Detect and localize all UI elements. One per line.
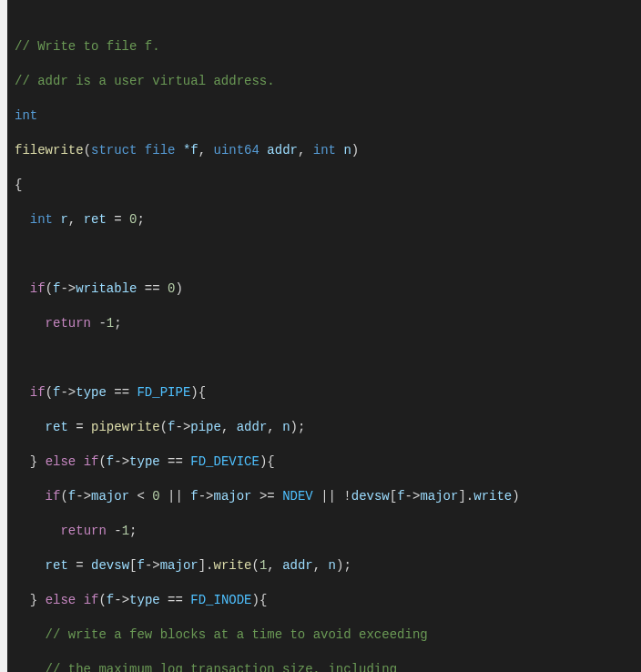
gutter bbox=[0, 0, 7, 672]
code-line: // Write to file f. bbox=[15, 38, 637, 56]
code-line: ret = devsw[f->major].write(1, addr, n); bbox=[15, 557, 637, 575]
code-line: if(f->major < 0 || f->major >= NDEV || !… bbox=[15, 488, 637, 505]
code-line: // the maximum log transaction size, inc… bbox=[15, 661, 637, 672]
code-line bbox=[15, 350, 637, 367]
code-line: return -1; bbox=[15, 523, 637, 540]
code-line: filewrite(struct file *f, uint64 addr, i… bbox=[15, 142, 637, 159]
code-line: } else if(f->type == FD_DEVICE){ bbox=[15, 453, 637, 471]
comment: // Write to file f. bbox=[15, 39, 160, 54]
code-line: // write a few blocks at a time to avoid… bbox=[15, 626, 637, 644]
code-line: ret = pipewrite(f->pipe, addr, n); bbox=[15, 419, 637, 436]
code-editor: // Write to file f. // addr is a user vi… bbox=[0, 0, 641, 672]
code-line: int r, ret = 0; bbox=[15, 211, 637, 229]
code-line: if(f->type == FD_PIPE){ bbox=[15, 384, 637, 402]
comment: // addr is a user virtual address. bbox=[15, 74, 275, 88]
code-line: { bbox=[15, 177, 637, 194]
type-kw: int bbox=[15, 108, 37, 123]
code-line bbox=[15, 246, 637, 263]
code-line: return -1; bbox=[15, 315, 637, 332]
code-line: } else if(f->type == FD_INODE){ bbox=[15, 592, 637, 609]
code-line: if(f->writable == 0) bbox=[15, 280, 637, 298]
code-line: int bbox=[15, 107, 637, 125]
func-name: filewrite bbox=[15, 143, 84, 158]
code-line: // addr is a user virtual address. bbox=[15, 73, 637, 90]
